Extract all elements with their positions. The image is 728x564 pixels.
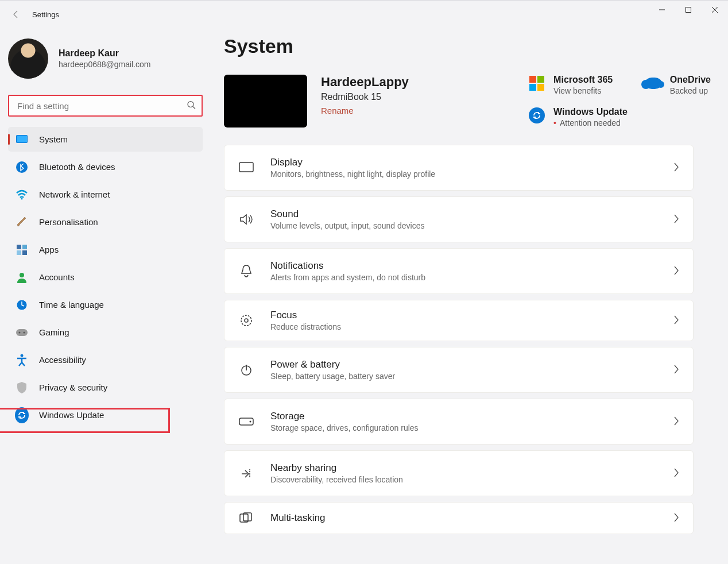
shield-icon (15, 381, 29, 395)
device-name: HardeepLappy (321, 75, 409, 90)
maximize-button[interactable] (675, 1, 702, 19)
chevron-right-icon (673, 214, 679, 225)
sidebar-item-label: Bluetooth & devices (39, 162, 115, 172)
sidebar-item-label: Apps (39, 245, 59, 254)
chevron-right-icon (673, 513, 679, 524)
sidebar-item-label: System (39, 134, 68, 144)
sound-icon (238, 211, 254, 227)
rename-link[interactable]: Rename (321, 106, 409, 115)
cloud-icon (645, 75, 662, 92)
sidebar-item-network[interactable]: Network & internet (8, 182, 203, 207)
search-input[interactable] (9, 96, 202, 115)
quick-tile-m365[interactable]: Microsoft 365 View benefits (528, 75, 628, 95)
sidebar-item-privacy[interactable]: Privacy & security (8, 375, 203, 400)
quick-tile-title: Microsoft 365 (553, 75, 613, 85)
avatar (8, 38, 48, 79)
sidebar-item-apps[interactable]: Apps (8, 237, 203, 262)
svg-point-17 (24, 331, 25, 333)
quick-tile-onedrive[interactable]: OneDrive Backed up (645, 75, 711, 95)
settings-list: Display Monitors, brightness, night ligh… (224, 145, 694, 534)
svg-point-18 (21, 354, 24, 357)
main-content: System HardeepLappy RedmiBook 15 Rename … (224, 35, 711, 564)
card-display[interactable]: Display Monitors, brightness, night ligh… (224, 145, 694, 191)
display-icon (238, 160, 254, 176)
back-button[interactable] (5, 3, 28, 26)
chevron-right-icon (673, 163, 679, 173)
close-icon (711, 6, 718, 13)
nav-list: System Bluetooth & devices Network & int… (8, 127, 203, 427)
person-icon (15, 271, 29, 284)
card-sound[interactable]: Sound Volume levels, output, input, soun… (224, 196, 694, 242)
svg-rect-1 (686, 7, 691, 13)
card-title: Storage (270, 411, 419, 422)
page-title: System (224, 35, 711, 57)
card-title: Display (270, 157, 435, 168)
sidebar-item-label: Windows Update (39, 410, 104, 420)
card-title: Power & battery (270, 359, 395, 370)
card-desc: Volume levels, output, input, sound devi… (270, 221, 425, 230)
card-desc: Monitors, brightness, night light, displ… (270, 169, 435, 179)
sidebar-item-bluetooth[interactable]: Bluetooth & devices (8, 154, 203, 179)
svg-point-25 (250, 421, 251, 423)
card-storage[interactable]: Storage Storage space, drives, configura… (224, 399, 694, 445)
svg-point-16 (19, 331, 21, 333)
minimize-button[interactable] (649, 1, 675, 19)
quick-tile-sub: Backed up (670, 86, 711, 95)
microsoft-logo-icon (528, 75, 545, 92)
clock-globe-icon (15, 298, 29, 312)
sidebar-item-label: Privacy & security (39, 383, 107, 392)
card-title: Focus (270, 310, 341, 321)
apps-icon (15, 243, 29, 257)
chevron-right-icon (673, 416, 679, 427)
minimize-icon (659, 6, 665, 13)
sidebar: Hardeep Kaur hardeep0688@gmail.com Syste… (0, 28, 204, 435)
card-title: Sound (270, 208, 425, 220)
svg-point-12 (20, 273, 24, 277)
device-header: HardeepLappy RedmiBook 15 Rename Microso… (224, 75, 711, 128)
card-nearby-sharing[interactable]: Nearby sharing Discoverability, received… (224, 450, 694, 496)
device-thumbnail (224, 75, 307, 128)
sidebar-item-personalisation[interactable]: Personalisation (8, 210, 203, 234)
sidebar-item-accounts[interactable]: Accounts (8, 265, 203, 289)
paintbrush-icon (15, 215, 29, 229)
chevron-right-icon (673, 315, 679, 326)
sidebar-item-accessibility[interactable]: Accessibility (8, 347, 203, 372)
sidebar-item-label: Accounts (39, 272, 75, 282)
system-icon (15, 133, 29, 146)
sidebar-item-time-language[interactable]: Time & language (8, 292, 203, 317)
svg-rect-10 (17, 250, 21, 255)
wifi-icon (15, 188, 29, 202)
search-icon (187, 101, 196, 111)
svg-rect-5 (17, 136, 27, 142)
chevron-right-icon (673, 468, 679, 479)
card-multitasking[interactable]: Multi-tasking (224, 502, 694, 534)
update-icon (15, 408, 29, 422)
sidebar-item-label: Gaming (39, 327, 69, 337)
quick-tile-title: OneDrive (670, 75, 711, 85)
quick-tile-windows-update[interactable]: Windows Update Attention needed (528, 107, 628, 128)
card-desc: Alerts from apps and system, do not dist… (270, 273, 425, 282)
card-focus[interactable]: Focus Reduce distractions (224, 300, 694, 341)
card-desc: Discoverability, received files location (270, 475, 403, 484)
profile-section[interactable]: Hardeep Kaur hardeep0688@gmail.com (8, 36, 204, 90)
card-desc: Reduce distractions (270, 322, 341, 331)
bluetooth-icon (15, 160, 29, 174)
chevron-right-icon (673, 365, 679, 376)
sidebar-item-gaming[interactable]: Gaming (8, 320, 203, 345)
close-button[interactable] (702, 1, 728, 19)
sidebar-item-label: Time & language (39, 300, 104, 310)
multitask-icon (238, 510, 254, 526)
svg-point-20 (241, 315, 251, 326)
quick-tile-sub: Attention needed (553, 118, 628, 128)
quick-tile-title: Windows Update (553, 107, 628, 117)
sidebar-item-windows-update[interactable]: Windows Update (8, 403, 203, 427)
svg-rect-15 (16, 329, 28, 336)
sidebar-item-label: Network & internet (39, 190, 110, 199)
window-title: Settings (32, 10, 59, 19)
quick-tile-sub: View benefits (553, 86, 613, 95)
svg-rect-11 (22, 250, 27, 255)
card-notifications[interactable]: Notifications Alerts from apps and syste… (224, 248, 694, 294)
card-power[interactable]: Power & battery Sleep, battery usage, ba… (224, 347, 694, 393)
svg-point-7 (21, 198, 23, 199)
sidebar-item-system[interactable]: System (8, 127, 203, 152)
